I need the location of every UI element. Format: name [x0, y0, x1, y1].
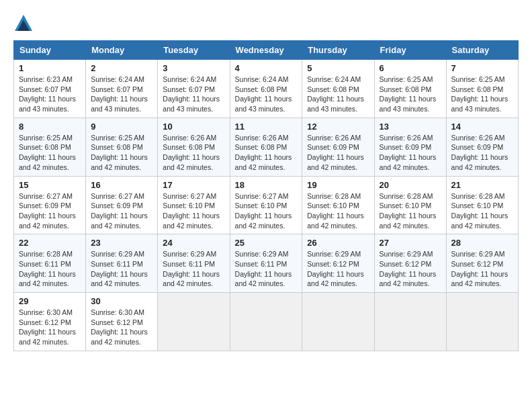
cell-info: Sunrise: 6:28 AMSunset: 6:10 PMDaylight:… — [307, 191, 369, 231]
calendar-cell — [446, 293, 518, 351]
calendar-week-row: 29Sunrise: 6:30 AMSunset: 6:12 PMDayligh… — [14, 293, 519, 351]
calendar-cell: 30Sunrise: 6:30 AMSunset: 6:12 PMDayligh… — [86, 293, 158, 351]
calendar-cell: 22Sunrise: 6:28 AMSunset: 6:11 PMDayligh… — [14, 234, 86, 293]
weekday-header: Saturday — [446, 41, 518, 60]
logo-icon — [13, 13, 34, 34]
day-number: 3 — [163, 63, 224, 73]
weekday-header: Thursday — [302, 41, 374, 60]
calendar-cell: 14Sunrise: 6:26 AMSunset: 6:09 PMDayligh… — [446, 118, 518, 176]
calendar-cell: 7Sunrise: 6:25 AMSunset: 6:08 PMDaylight… — [446, 60, 518, 118]
cell-info: Sunrise: 6:25 AMSunset: 6:08 PMDaylight:… — [91, 133, 152, 173]
calendar-cell: 18Sunrise: 6:27 AMSunset: 6:10 PMDayligh… — [230, 176, 302, 234]
day-number: 19 — [307, 180, 369, 190]
weekday-header: Friday — [374, 41, 446, 60]
calendar-cell: 21Sunrise: 6:28 AMSunset: 6:10 PMDayligh… — [446, 176, 518, 234]
calendar-week-row: 1Sunrise: 6:23 AMSunset: 6:07 PMDaylight… — [14, 60, 519, 118]
day-number: 12 — [307, 122, 369, 132]
cell-info: Sunrise: 6:23 AMSunset: 6:07 PMDaylight:… — [19, 75, 81, 114]
calendar-cell: 26Sunrise: 6:29 AMSunset: 6:12 PMDayligh… — [302, 234, 374, 293]
day-number: 25 — [235, 238, 298, 248]
cell-info: Sunrise: 6:28 AMSunset: 6:10 PMDaylight:… — [380, 191, 441, 231]
calendar-cell: 4Sunrise: 6:24 AMSunset: 6:08 PMDaylight… — [230, 60, 302, 118]
day-number: 28 — [451, 238, 513, 248]
cell-info: Sunrise: 6:28 AMSunset: 6:10 PMDaylight:… — [451, 191, 513, 231]
cell-info: Sunrise: 6:26 AMSunset: 6:09 PMDaylight:… — [451, 133, 513, 173]
day-number: 6 — [380, 63, 441, 73]
cell-info: Sunrise: 6:29 AMSunset: 6:12 PMDaylight:… — [451, 249, 513, 289]
weekday-header-row: SundayMondayTuesdayWednesdayThursdayFrid… — [14, 41, 519, 60]
day-number: 29 — [19, 296, 81, 306]
header — [13, 13, 519, 34]
weekday-header: Wednesday — [230, 41, 302, 60]
day-number: 11 — [235, 122, 298, 132]
calendar-cell: 20Sunrise: 6:28 AMSunset: 6:10 PMDayligh… — [374, 176, 446, 234]
calendar-cell: 15Sunrise: 6:27 AMSunset: 6:09 PMDayligh… — [14, 176, 86, 234]
day-number: 20 — [380, 180, 441, 190]
calendar-week-row: 8Sunrise: 6:25 AMSunset: 6:08 PMDaylight… — [14, 118, 519, 176]
day-number: 7 — [451, 63, 513, 73]
day-number: 13 — [380, 122, 441, 132]
calendar: SundayMondayTuesdayWednesdayThursdayFrid… — [13, 40, 519, 351]
cell-info: Sunrise: 6:29 AMSunset: 6:11 PMDaylight:… — [235, 249, 298, 289]
logo — [13, 13, 38, 34]
calendar-cell: 27Sunrise: 6:29 AMSunset: 6:12 PMDayligh… — [374, 234, 446, 293]
calendar-cell: 23Sunrise: 6:29 AMSunset: 6:11 PMDayligh… — [86, 234, 158, 293]
calendar-cell — [230, 293, 302, 351]
cell-info: Sunrise: 6:26 AMSunset: 6:09 PMDaylight:… — [307, 133, 369, 173]
cell-info: Sunrise: 6:27 AMSunset: 6:09 PMDaylight:… — [91, 191, 152, 231]
cell-info: Sunrise: 6:29 AMSunset: 6:12 PMDaylight:… — [380, 249, 441, 289]
cell-info: Sunrise: 6:24 AMSunset: 6:07 PMDaylight:… — [163, 75, 224, 114]
calendar-week-row: 22Sunrise: 6:28 AMSunset: 6:11 PMDayligh… — [14, 234, 519, 293]
day-number: 16 — [91, 180, 152, 190]
calendar-cell — [158, 293, 230, 351]
day-number: 18 — [235, 180, 298, 190]
calendar-cell: 16Sunrise: 6:27 AMSunset: 6:09 PMDayligh… — [86, 176, 158, 234]
calendar-cell: 29Sunrise: 6:30 AMSunset: 6:12 PMDayligh… — [14, 293, 86, 351]
day-number: 22 — [19, 238, 81, 248]
day-number: 5 — [307, 63, 369, 73]
cell-info: Sunrise: 6:25 AMSunset: 6:08 PMDaylight:… — [451, 75, 513, 114]
day-number: 4 — [235, 63, 298, 73]
calendar-cell: 2Sunrise: 6:24 AMSunset: 6:07 PMDaylight… — [86, 60, 158, 118]
cell-info: Sunrise: 6:24 AMSunset: 6:08 PMDaylight:… — [307, 75, 369, 114]
cell-info: Sunrise: 6:24 AMSunset: 6:07 PMDaylight:… — [91, 75, 152, 114]
cell-info: Sunrise: 6:25 AMSunset: 6:08 PMDaylight:… — [380, 75, 441, 114]
calendar-cell: 3Sunrise: 6:24 AMSunset: 6:07 PMDaylight… — [158, 60, 230, 118]
cell-info: Sunrise: 6:26 AMSunset: 6:08 PMDaylight:… — [163, 133, 224, 173]
cell-info: Sunrise: 6:30 AMSunset: 6:12 PMDaylight:… — [91, 308, 152, 347]
calendar-cell: 5Sunrise: 6:24 AMSunset: 6:08 PMDaylight… — [302, 60, 374, 118]
cell-info: Sunrise: 6:29 AMSunset: 6:12 PMDaylight:… — [307, 249, 369, 289]
calendar-cell: 17Sunrise: 6:27 AMSunset: 6:10 PMDayligh… — [158, 176, 230, 234]
day-number: 17 — [163, 180, 224, 190]
cell-info: Sunrise: 6:26 AMSunset: 6:08 PMDaylight:… — [235, 133, 298, 173]
cell-info: Sunrise: 6:25 AMSunset: 6:08 PMDaylight:… — [19, 133, 81, 173]
day-number: 1 — [19, 63, 81, 73]
day-number: 23 — [91, 238, 152, 248]
cell-info: Sunrise: 6:26 AMSunset: 6:09 PMDaylight:… — [380, 133, 441, 173]
cell-info: Sunrise: 6:29 AMSunset: 6:11 PMDaylight:… — [91, 249, 152, 289]
day-number: 24 — [163, 238, 224, 248]
cell-info: Sunrise: 6:30 AMSunset: 6:12 PMDaylight:… — [19, 308, 81, 347]
day-number: 30 — [91, 296, 152, 306]
calendar-cell: 11Sunrise: 6:26 AMSunset: 6:08 PMDayligh… — [230, 118, 302, 176]
calendar-cell: 1Sunrise: 6:23 AMSunset: 6:07 PMDaylight… — [14, 60, 86, 118]
calendar-cell: 25Sunrise: 6:29 AMSunset: 6:11 PMDayligh… — [230, 234, 302, 293]
cell-info: Sunrise: 6:24 AMSunset: 6:08 PMDaylight:… — [235, 75, 298, 114]
cell-info: Sunrise: 6:27 AMSunset: 6:10 PMDaylight:… — [235, 191, 298, 231]
day-number: 9 — [91, 122, 152, 132]
calendar-cell: 9Sunrise: 6:25 AMSunset: 6:08 PMDaylight… — [86, 118, 158, 176]
day-number: 10 — [163, 122, 224, 132]
weekday-header: Sunday — [14, 41, 86, 60]
day-number: 8 — [19, 122, 81, 132]
cell-info: Sunrise: 6:29 AMSunset: 6:11 PMDaylight:… — [163, 249, 224, 289]
day-number: 15 — [19, 180, 81, 190]
calendar-cell: 6Sunrise: 6:25 AMSunset: 6:08 PMDaylight… — [374, 60, 446, 118]
day-number: 26 — [307, 238, 369, 248]
cell-info: Sunrise: 6:27 AMSunset: 6:10 PMDaylight:… — [163, 191, 224, 231]
calendar-week-row: 15Sunrise: 6:27 AMSunset: 6:09 PMDayligh… — [14, 176, 519, 234]
calendar-cell: 24Sunrise: 6:29 AMSunset: 6:11 PMDayligh… — [158, 234, 230, 293]
calendar-cell: 12Sunrise: 6:26 AMSunset: 6:09 PMDayligh… — [302, 118, 374, 176]
calendar-cell — [302, 293, 374, 351]
calendar-cell: 10Sunrise: 6:26 AMSunset: 6:08 PMDayligh… — [158, 118, 230, 176]
weekday-header: Tuesday — [158, 41, 230, 60]
